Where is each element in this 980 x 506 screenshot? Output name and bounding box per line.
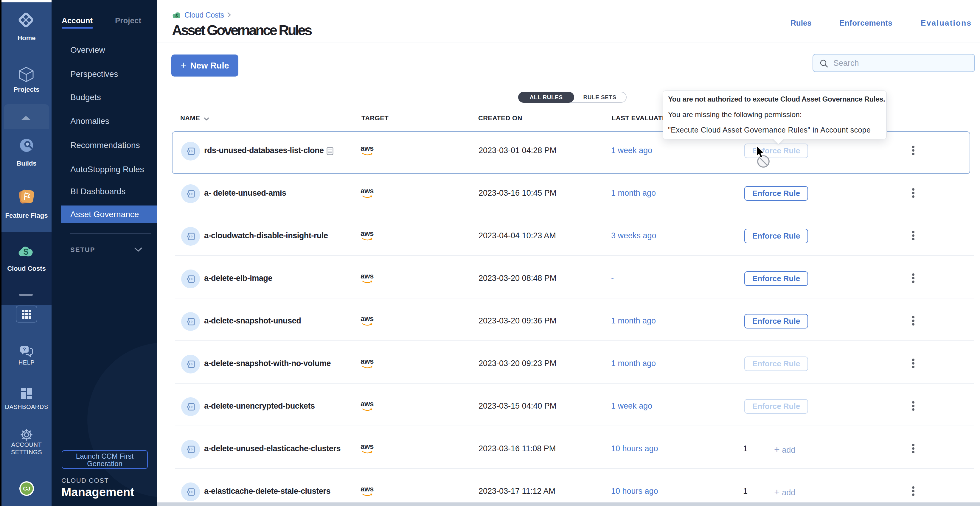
- svg-text:$: $: [175, 13, 178, 18]
- svg-text:$: $: [24, 247, 29, 257]
- svg-text:?: ?: [23, 347, 26, 352]
